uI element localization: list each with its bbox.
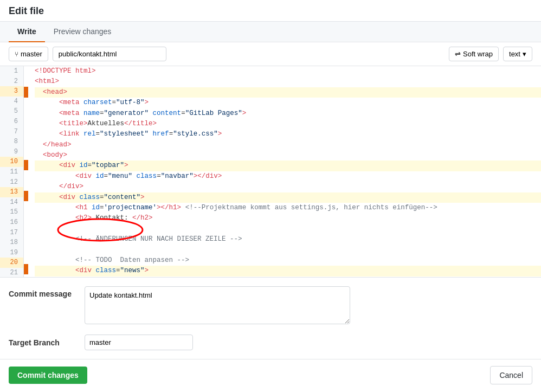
code-line: <h2> Kontakt: </h2> [35, 213, 541, 223]
code-line: <meta name="generator" content="GitLab P… [35, 108, 541, 119]
line-number: 21 [0, 268, 23, 277]
code-line: <body> [35, 150, 541, 160]
line-number: 3 [0, 86, 23, 97]
soft-wrap-button[interactable]: ⇌ Soft wrap [449, 47, 499, 61]
line-number: 2 [0, 76, 23, 87]
commit-message-textarea[interactable]: Update kontakt.html [85, 286, 350, 324]
page-header: Edit file [0, 0, 541, 21]
page-title: Edit file [9, 5, 44, 16]
line-number: 14 [0, 197, 23, 208]
code-line: <!-- ÄNDERUNGEN NUR NACH DIESER ZEILE --… [35, 234, 541, 245]
commit-changes-button[interactable]: Commit changes [9, 367, 87, 384]
target-branch-label: Target Branch [9, 338, 85, 347]
line-number: 16 [0, 217, 23, 228]
target-branch-input[interactable] [85, 335, 193, 350]
wrap-icon: ⇌ [455, 50, 461, 58]
chevron-down-icon: ▾ [523, 50, 526, 58]
target-branch-row: Target Branch [9, 335, 532, 350]
cancel-button[interactable]: Cancel [490, 366, 532, 384]
line-number: 10 [0, 157, 23, 167]
code-line: <title>Aktuelles</title> [35, 119, 541, 129]
line-number: 13 [0, 187, 23, 197]
text-dropdown-button[interactable]: text ▾ [503, 47, 532, 61]
line-number: 9 [0, 147, 23, 157]
tab-write[interactable]: Write [9, 22, 45, 42]
commit-message-field: Update kontakt.html [85, 286, 532, 326]
code-line: <meta charset="utf-8"> [35, 98, 541, 108]
line-number: 4 [0, 97, 23, 107]
line-number: 12 [0, 177, 23, 188]
line-number: 17 [0, 228, 23, 238]
commit-section: Commit message Update kontakt.html Targe… [0, 278, 541, 359]
code-line [35, 245, 541, 255]
toolbar: ⑂ master ⇌ Soft wrap text ▾ [0, 42, 541, 66]
branch-icon: ⑂ [15, 50, 18, 58]
code-line: <!-- TODO Daten anpasen --> [35, 255, 541, 266]
tab-preview[interactable]: Preview changes [45, 22, 120, 42]
editor-area: 1 2 3 4 5 6 7 8 9 10 11 12 13 14 15 16 1… [0, 66, 541, 278]
actions-bar: Commit changes Cancel [0, 359, 541, 391]
line-number: 6 [0, 117, 23, 127]
line-number: 15 [0, 207, 23, 217]
line-numbers: 1 2 3 4 5 6 7 8 9 10 11 12 13 14 15 16 1… [0, 66, 24, 277]
code-line: <h1 id='projectname'></h1> <!--Projektna… [35, 203, 541, 213]
code-editor[interactable]: 1 2 3 4 5 6 7 8 9 10 11 12 13 14 15 16 1… [0, 66, 541, 277]
line-number: 1 [0, 66, 23, 76]
code-line: <div id="topbar"> [35, 160, 541, 171]
line-number: 11 [0, 167, 23, 177]
line-number: 20 [0, 258, 23, 268]
code-line: <div class="header"> [35, 277, 541, 278]
commit-message-row: Commit message Update kontakt.html [9, 286, 532, 326]
code-line: <div class="news"> [35, 266, 541, 276]
code-line: <link rel="stylesheet" href="style.css"> [35, 129, 541, 139]
branch-label: master [21, 50, 42, 58]
code-line: <div class="content"> [35, 192, 541, 203]
code-line: </head> [35, 140, 541, 150]
line-number: 19 [0, 248, 23, 258]
line-number: 18 [0, 237, 23, 248]
modified-indicators [24, 66, 28, 277]
file-path-input[interactable] [53, 47, 166, 61]
commit-message-label: Commit message [9, 286, 85, 298]
code-line: <head> [35, 87, 541, 98]
line-number: 5 [0, 106, 23, 117]
code-line: <html> [35, 76, 541, 87]
code-line: </div> [35, 182, 541, 192]
code-content[interactable]: <!DOCTYPE html> <html> <head> <meta char… [28, 66, 541, 277]
code-line [35, 224, 541, 234]
branch-button[interactable]: ⑂ master [9, 47, 48, 61]
code-line: <!DOCTYPE html> [35, 66, 541, 76]
line-number: 7 [0, 127, 23, 137]
line-number: 8 [0, 137, 23, 147]
code-line: <div id="menu" class="navbar"></div> [35, 171, 541, 182]
tabs-bar: Write Preview changes [0, 21, 541, 42]
